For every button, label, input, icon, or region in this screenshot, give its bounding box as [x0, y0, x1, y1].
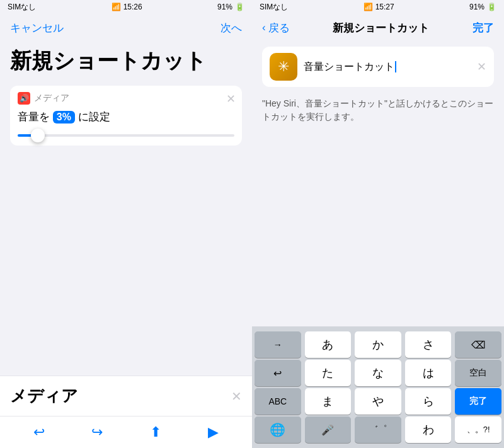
slider-track [18, 134, 234, 137]
action-card-close[interactable]: ✕ [226, 92, 236, 106]
key-dakuten[interactable]: ゛゜ [355, 416, 401, 443]
right-nav-bar: ‹ 戻る 新規ショートカット 完了 [252, 14, 504, 42]
right-time: 15:27 [375, 3, 394, 11]
right-battery: 91% [469, 3, 484, 11]
cancel-button[interactable]: キャンセル [10, 21, 64, 35]
chevron-left-icon: ‹ [262, 21, 266, 34]
slider-thumb[interactable] [31, 129, 45, 142]
key-punctuation[interactable]: 、。?! [455, 416, 501, 443]
share-icon[interactable]: ⬆ [150, 424, 161, 440]
right-status-bar: SIMなし 📶 15:27 91% 🔋 [252, 0, 504, 14]
action-card-header: 🔊 メディア [18, 92, 234, 105]
sparkle-icon: ✳ [278, 59, 289, 75]
key-na[interactable]: な [355, 360, 401, 386]
left-panel: SIMなし 📶 15:26 91% 🔋 キャンセル 次へ 新規ショートカット 🔊… [0, 0, 252, 448]
right-panel: SIMなし 📶 15:27 91% 🔋 ‹ 戻る 新規ショートカット 完了 ✳ … [252, 0, 504, 448]
key-ra[interactable]: ら [405, 388, 452, 415]
bottom-toolbar: ↩ ↪ ⬆ ▶ [0, 416, 252, 448]
left-battery: 91% [217, 3, 232, 11]
key-ha[interactable]: は [405, 360, 452, 386]
pct-badge[interactable]: 3% [53, 111, 75, 123]
key-mic[interactable]: 🎤 [305, 416, 352, 443]
media-search-row: メディア ✕ [0, 376, 252, 416]
keyboard[interactable]: → あ か さ ⌫ ↩ た な は 空白 ABC ま や ら 完了 🌐 🎤 ゛゜… [252, 326, 504, 448]
key-sa[interactable]: さ [405, 331, 452, 358]
back-label: 戻る [268, 21, 290, 35]
left-nav-bar: キャンセル 次へ [0, 14, 252, 42]
right-battery-icon: 🔋 [487, 3, 496, 11]
next-button[interactable]: 次へ [220, 21, 242, 35]
key-ta[interactable]: た [305, 360, 352, 386]
key-abc[interactable]: ABC [255, 388, 301, 415]
wifi-icon: 📶 [112, 3, 121, 11]
shortcut-name-row: ✳ 音量ショートカット ✕ [262, 47, 494, 87]
key-delete[interactable]: ⌫ [455, 331, 501, 358]
left-battery-area: 91% 🔋 [217, 3, 244, 11]
key-ka[interactable]: か [355, 331, 401, 358]
key-wa[interactable]: わ [405, 416, 452, 443]
keyboard-row-1: → あ か さ ⌫ [252, 326, 504, 360]
media-search-label: メディア [10, 385, 78, 407]
text-cursor [395, 61, 396, 72]
right-nav-title: 新規ショートカット [333, 21, 429, 35]
keyboard-row-3: ABC ま や ら 完了 [252, 388, 504, 416]
key-a[interactable]: あ [305, 331, 352, 358]
key-space-label[interactable]: 空白 [455, 360, 501, 386]
keyboard-row-4: 🌐 🎤 ゛゜ わ 、。?! [252, 416, 504, 448]
key-done-side[interactable]: 完了 [455, 388, 501, 415]
key-globe[interactable]: 🌐 [255, 416, 301, 443]
action-card-category: メディア [34, 93, 69, 104]
keyboard-row-2: ↩ た な は 空白 [252, 360, 504, 388]
back-button[interactable]: ‹ 戻る [262, 21, 290, 35]
volume-slider[interactable] [18, 132, 234, 139]
key-arrow[interactable]: → [255, 331, 301, 358]
key-return[interactable]: ↩ [255, 360, 301, 386]
left-status-bar: SIMなし 📶 15:26 91% 🔋 [0, 0, 252, 14]
left-carrier: SIMなし [8, 2, 36, 13]
shortcut-name-text: 音量ショートカット [304, 60, 394, 74]
key-ya[interactable]: や [355, 388, 401, 415]
media-icon: 🔊 [18, 92, 30, 105]
right-wifi-icon: 📶 [364, 3, 373, 11]
speaker-icon: 🔊 [20, 94, 29, 103]
left-page-title: 新規ショートカット [0, 42, 252, 86]
hey-siri-description: "Hey Siri、音量ショートカット"と話しかけるとこのショートカットを実行し… [252, 92, 504, 134]
left-bottom-bar: メディア ✕ ↩ ↪ ⬆ ▶ [0, 376, 252, 448]
shortcut-clear-button[interactable]: ✕ [477, 60, 486, 74]
key-ma[interactable]: ま [305, 388, 352, 415]
right-status-icons: 📶 15:27 [364, 3, 394, 11]
redo-icon[interactable]: ↪ [91, 424, 103, 440]
content-prefix: 音量を [18, 111, 50, 123]
undo-icon[interactable]: ↩ [33, 424, 45, 440]
play-icon[interactable]: ▶ [208, 424, 219, 440]
left-time: 15:26 [123, 3, 142, 11]
done-button[interactable]: 完了 [472, 21, 494, 35]
right-battery-area: 91% 🔋 [469, 3, 496, 11]
action-card-content: 音量を 3% に設定 [18, 110, 234, 124]
left-status-icons: 📶 15:26 [112, 3, 142, 11]
battery-icon: 🔋 [235, 3, 244, 11]
content-suffix: に設定 [78, 111, 110, 123]
shortcut-name-field-area[interactable]: 音量ショートカット [304, 60, 471, 74]
shortcut-app-icon: ✳ [270, 53, 297, 81]
right-carrier: SIMなし [260, 2, 288, 13]
media-search-clear[interactable]: ✕ [231, 389, 242, 404]
action-card: 🔊 メディア ✕ 音量を 3% に設定 [10, 86, 242, 146]
